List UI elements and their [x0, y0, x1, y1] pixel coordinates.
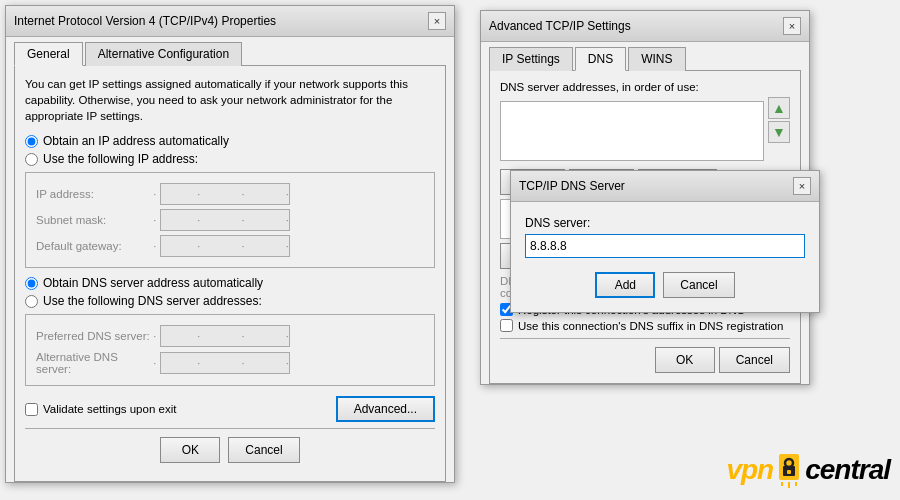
dns-dialog-add-button[interactable]: Add [595, 272, 655, 298]
tab-general[interactable]: General [14, 42, 83, 66]
alt-dns-input[interactable]: · · · · [160, 352, 290, 374]
radio-manual-dns: Use the following DNS server addresses: [25, 294, 435, 308]
vpn-brand: vpn central [726, 454, 890, 490]
dns-server-input[interactable] [525, 234, 805, 258]
radio-obtain-dns-input[interactable] [25, 277, 38, 290]
use-suffix-checkbox-group: Use this connection's DNS suffix in DNS … [500, 319, 790, 332]
tab-alt-config[interactable]: Alternative Configuration [85, 42, 242, 66]
ip-address-group: IP address: · · · · Subnet mask: · · · ·… [25, 172, 435, 268]
dns-server-field-label: DNS server: [525, 216, 805, 230]
tab-wins[interactable]: WINS [628, 47, 685, 71]
tab-dns[interactable]: DNS [575, 47, 626, 71]
radio-manual-dns-input[interactable] [25, 295, 38, 308]
ipv4-ok-button[interactable]: OK [160, 437, 220, 463]
adv-title-bar: Advanced TCP/IP Settings × [481, 11, 809, 42]
dns-section-label: DNS server addresses, in order of use: [500, 81, 790, 93]
dns-arrow-buttons: ▲ ▼ [768, 97, 790, 143]
ipv4-cancel-button[interactable]: Cancel [228, 437, 299, 463]
dns-dialog-footer: Add Cancel [525, 272, 805, 298]
radio-obtain-dns: Obtain DNS server address automatically [25, 276, 435, 290]
gateway-label: Default gateway: [36, 240, 156, 252]
alt-dns-row: Alternative DNS server: · · · · [36, 351, 424, 375]
preferred-dns-label: Preferred DNS server: [36, 330, 156, 342]
dns-radio-group: Obtain DNS server address automatically … [25, 276, 435, 308]
dns-server-list[interactable] [500, 101, 764, 161]
gateway-row: Default gateway: · · · · [36, 235, 424, 257]
ipv4-tab-bar: General Alternative Configuration [6, 37, 454, 65]
adv-title: Advanced TCP/IP Settings [489, 19, 631, 33]
adv-tab-bar: IP Settings DNS WINS [481, 42, 809, 70]
tab-ip-settings[interactable]: IP Settings [489, 47, 573, 71]
ip-radio-group: Obtain an IP address automatically Use t… [25, 134, 435, 166]
radio-obtain-ip: Obtain an IP address automatically [25, 134, 435, 148]
use-suffix-checkbox[interactable] [500, 319, 513, 332]
subnet-mask-label: Subnet mask: [36, 214, 156, 226]
dns-server-dialog: TCP/IP DNS Server × DNS server: Add Canc… [510, 170, 820, 313]
use-suffix-label: Use this connection's DNS suffix in DNS … [518, 320, 783, 332]
alt-dns-label: Alternative DNS server: [36, 351, 156, 375]
dns-dialog-content: DNS server: Add Cancel [511, 202, 819, 312]
ip-address-input[interactable]: · · · · [160, 183, 290, 205]
validate-label: Validate settings upon exit [43, 403, 176, 415]
dns-dialog-title: TCP/IP DNS Server [519, 179, 625, 193]
adv-cancel-button[interactable]: Cancel [719, 347, 790, 373]
validate-checkbox[interactable] [25, 403, 38, 416]
radio-manual-ip: Use the following IP address: [25, 152, 435, 166]
ipv4-properties-window: Internet Protocol Version 4 (TCP/IPv4) P… [5, 5, 455, 483]
ip-address-row: IP address: · · · · [36, 183, 424, 205]
ipv4-tab-content: You can get IP settings assigned automat… [14, 65, 446, 482]
vpn-icon [775, 452, 803, 488]
preferred-dns-row: Preferred DNS server: · · · · [36, 325, 424, 347]
validate-checkbox-group: Validate settings upon exit [25, 403, 176, 416]
vpn-text: vpn [726, 454, 773, 485]
gateway-input[interactable]: · · · · [160, 235, 290, 257]
preferred-dns-input[interactable]: · · · · [160, 325, 290, 347]
subnet-mask-row: Subnet mask: · · · · [36, 209, 424, 231]
radio-obtain-dns-label: Obtain DNS server address automatically [43, 276, 263, 290]
ipv4-close-button[interactable]: × [428, 12, 446, 30]
ipv4-title: Internet Protocol Version 4 (TCP/IPv4) P… [14, 14, 276, 28]
subnet-mask-input[interactable]: · · · · [160, 209, 290, 231]
dns-dialog-cancel-button[interactable]: Cancel [663, 272, 734, 298]
radio-manual-dns-label: Use the following DNS server addresses: [43, 294, 262, 308]
dns-dialog-close-button[interactable]: × [793, 177, 811, 195]
dns-down-button[interactable]: ▼ [768, 121, 790, 143]
ip-address-label: IP address: [36, 188, 156, 200]
dns-address-group: Preferred DNS server: · · · · Alternativ… [25, 314, 435, 386]
adv-footer-buttons: OK Cancel [500, 347, 790, 373]
adv-close-button[interactable]: × [783, 17, 801, 35]
description-text: You can get IP settings assigned automat… [25, 76, 435, 124]
advanced-button[interactable]: Advanced... [336, 396, 435, 422]
radio-obtain-ip-input[interactable] [25, 135, 38, 148]
radio-obtain-ip-label: Obtain an IP address automatically [43, 134, 229, 148]
dns-dialog-title-bar: TCP/IP DNS Server × [511, 171, 819, 202]
footer-row: Validate settings upon exit Advanced... [25, 396, 435, 422]
radio-manual-ip-input[interactable] [25, 153, 38, 166]
dns-list-section: ▲ ▼ [500, 97, 790, 165]
svg-rect-3 [787, 470, 791, 474]
ipv4-title-bar: Internet Protocol Version 4 (TCP/IPv4) P… [6, 6, 454, 37]
central-text: central [805, 454, 890, 485]
dns-up-button[interactable]: ▲ [768, 97, 790, 119]
ipv4-footer-buttons: OK Cancel [33, 437, 427, 463]
adv-ok-button[interactable]: OK [655, 347, 715, 373]
radio-manual-ip-label: Use the following IP address: [43, 152, 198, 166]
